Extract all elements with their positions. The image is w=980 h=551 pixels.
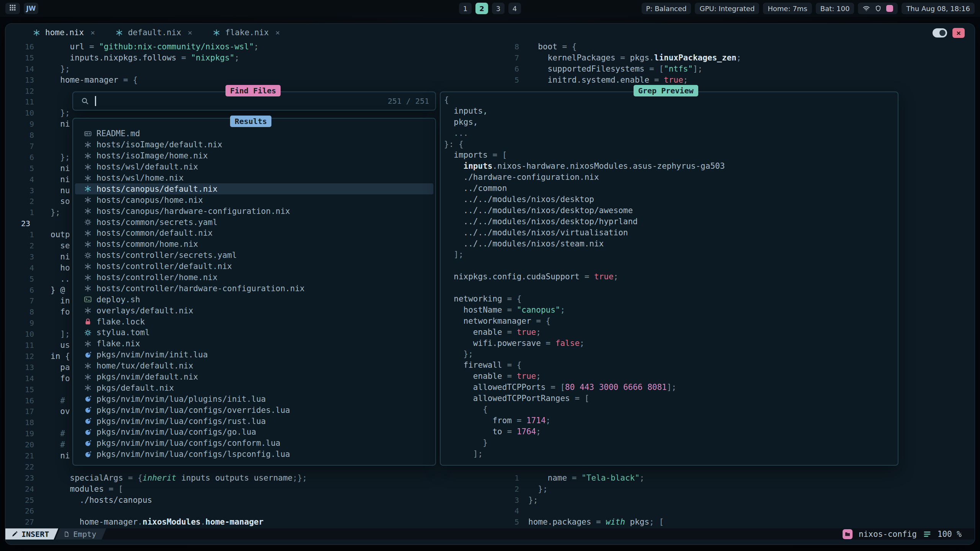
result-row[interactable]: hosts/controller/hardware-configuration.… <box>75 283 433 294</box>
code-line: networking = { <box>444 293 898 305</box>
line-number: 9 <box>16 119 34 130</box>
result-label: pkgs/nvim/nvim/lua/configs/conform.lua <box>96 439 280 448</box>
code-line: from = 1714; <box>444 415 898 426</box>
line-number: 8 <box>501 41 519 52</box>
result-row[interactable]: README.md <box>75 128 433 139</box>
system-tray <box>858 3 898 14</box>
result-label: pkgs/nvim/default.nix <box>96 372 198 381</box>
result-row[interactable]: hosts/canopus/home.nix <box>75 194 433 205</box>
line-number: 2 <box>16 240 34 251</box>
result-row[interactable]: hosts/controller/default.nix <box>75 261 433 272</box>
close-tab-icon[interactable]: × <box>90 28 95 37</box>
line-number: 3 <box>16 251 34 262</box>
result-row[interactable]: home/tux/default.nix <box>75 360 433 372</box>
result-row[interactable]: flake.lock <box>75 316 433 327</box>
result-row[interactable]: pkgs/default.nix <box>75 382 433 393</box>
line-number: 13 <box>16 75 34 86</box>
swatch-icon[interactable] <box>886 5 893 12</box>
result-row[interactable]: hosts/wsl/default.nix <box>75 161 433 173</box>
window-pin-toggle-icon[interactable] <box>933 28 947 37</box>
workspace-button-2[interactable]: 2 <box>475 3 488 14</box>
result-row[interactable]: hosts/common/home.nix <box>75 239 433 250</box>
tab-flake.nix[interactable]: flake.nix× <box>213 28 280 37</box>
result-row[interactable]: hosts/wsl/home.nix <box>75 173 433 184</box>
code-line: 6 supportedFilesystems = ["ntfs"]; <box>501 64 741 75</box>
nix-icon <box>84 384 92 391</box>
clock[interactable]: Thu Aug 08, 18:16 <box>902 3 975 14</box>
line-number: 4 <box>501 505 519 517</box>
close-tab-icon[interactable]: × <box>275 28 280 37</box>
result-row[interactable]: flake.nix <box>75 338 433 349</box>
result-row[interactable]: hosts/common/secrets.yaml <box>75 217 433 228</box>
tab-label: home.nix <box>45 28 84 37</box>
folder-icon <box>843 529 853 539</box>
wifi-icon[interactable] <box>862 5 870 12</box>
code-line: 27 home-manager.nixosModules.home-manage… <box>16 517 307 528</box>
code-line: ../../modules/nixos/virtualisation <box>444 227 898 238</box>
line-number: 23 <box>16 473 34 484</box>
line-number: 12 <box>16 86 34 97</box>
nix-icon <box>84 373 92 381</box>
result-label: hosts/canopus/default.nix <box>96 184 217 194</box>
results-panel: README.mdhosts/isoImage/default.nixhosts… <box>72 118 436 466</box>
window-close-button[interactable]: × <box>952 28 965 38</box>
result-row[interactable]: pkgs/nvim/nvim/lua/plugins/init.lua <box>75 393 433 404</box>
result-row[interactable]: pkgs/nvim/default.nix <box>75 372 433 383</box>
result-row[interactable]: hosts/isoImage/home.nix <box>75 150 433 161</box>
result-row[interactable]: pkgs/nvim/nvim/lua/configs/lspconfig.lua <box>75 449 433 460</box>
tab-default.nix[interactable]: default.nix× <box>116 28 192 37</box>
code-line: { <box>444 404 898 415</box>
workspace-button-1[interactable]: 1 <box>459 3 472 14</box>
result-label: hosts/controller/hardware-configuration.… <box>96 284 305 293</box>
result-row[interactable]: hosts/common/default.nix <box>75 228 433 239</box>
buffer-icon <box>64 531 70 537</box>
result-row[interactable]: stylua.toml <box>75 327 433 338</box>
result-row[interactable]: hosts/controller/home.nix <box>75 272 433 283</box>
clock-label: Thu Aug 08, 18:16 <box>906 5 970 13</box>
result-row[interactable]: pkgs/nvim/nvim/init.lua <box>75 349 433 360</box>
result-row[interactable]: pkgs/nvim/nvim/lua/configs/go.lua <box>75 427 433 438</box>
line-number: 7 <box>501 52 519 64</box>
code-line: ../../modules/nixos/desktop <box>444 194 898 205</box>
result-label: stylua.toml <box>96 328 150 337</box>
nix-icon <box>84 185 92 192</box>
line-number: 3 <box>501 495 519 506</box>
result-row[interactable]: hosts/canopus/hardware-configuration.nix <box>75 205 433 217</box>
result-label: hosts/common/secrets.yaml <box>96 218 217 227</box>
lock-icon <box>84 318 92 325</box>
code-line: ../../modules/nixos/desktop/hyprland <box>444 216 898 227</box>
code-line: 14 }; <box>16 64 307 75</box>
code-line: 3}; <box>501 495 741 506</box>
code-line: } <box>444 437 898 448</box>
module-gpu: GPU: Integrated <box>695 3 759 14</box>
statusline: INSERT Empty nixos-config 100 % <box>5 528 975 540</box>
app-launcher-button[interactable] <box>5 3 20 14</box>
code-line: firewall = { <box>444 360 898 371</box>
workspace-button-4[interactable]: 4 <box>508 3 521 14</box>
list-icon <box>923 530 931 538</box>
result-row[interactable]: deploy.sh <box>75 294 433 305</box>
result-row[interactable]: pkgs/nvim/nvim/lua/configs/rust.lua <box>75 416 433 427</box>
code-line <box>444 260 898 271</box>
result-row[interactable]: overlays/default.nix <box>75 305 433 316</box>
result-row[interactable]: pkgs/nvim/nvim/lua/configs/conform.lua <box>75 438 433 449</box>
result-row[interactable]: hosts/isoImage/default.nix <box>75 139 433 150</box>
shield-icon[interactable] <box>875 5 882 12</box>
result-label: README.md <box>96 129 140 138</box>
result-label: pkgs/nvim/nvim/lua/configs/overrides.lua <box>96 406 290 415</box>
code-line: enable = true; <box>444 371 898 382</box>
code-line: allowedTCPPortRanges = [ <box>444 393 898 404</box>
result-row[interactable]: hosts/canopus/default.nix <box>75 183 433 194</box>
workspace-button-3[interactable]: 3 <box>492 3 505 14</box>
result-row[interactable]: hosts/controller/secrets.yaml <box>75 250 433 261</box>
code-line: hostName = "canopus"; <box>444 305 898 316</box>
logo-badge[interactable]: JW <box>24 3 38 14</box>
code-line: ]; <box>444 448 898 460</box>
nix-icon <box>84 263 92 270</box>
finder-title: Find Files <box>225 85 281 96</box>
close-tab-icon[interactable]: × <box>188 28 192 37</box>
nix-icon <box>84 362 92 370</box>
result-row[interactable]: pkgs/nvim/nvim/lua/configs/overrides.lua <box>75 404 433 416</box>
nix-icon <box>84 230 92 237</box>
tab-home.nix[interactable]: home.nix× <box>33 28 95 37</box>
